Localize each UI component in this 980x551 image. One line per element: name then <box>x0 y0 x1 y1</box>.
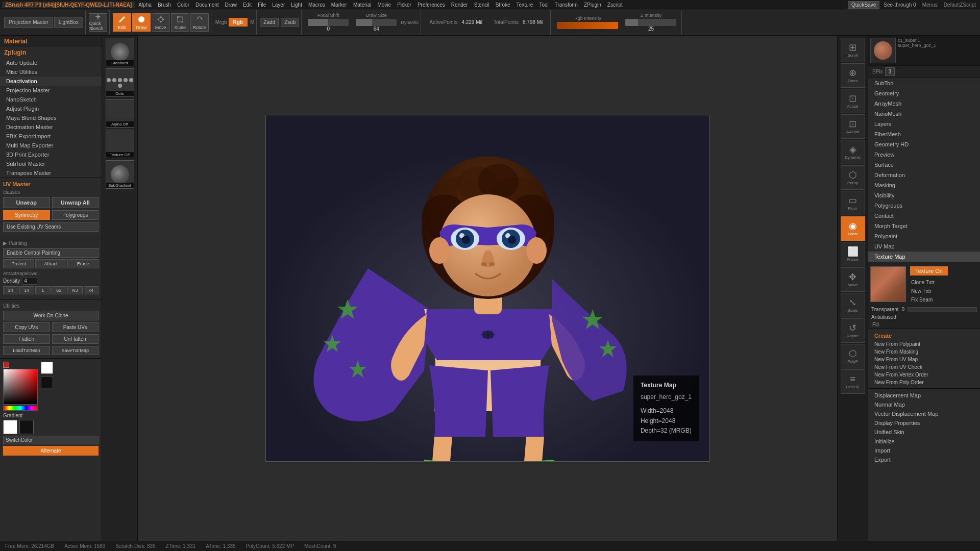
clone-txtr-btn[interactable]: Clone Txtr <box>908 279 950 286</box>
fix-seam-btn[interactable]: Fix Seam <box>908 296 950 304</box>
menu-preferences[interactable]: Preferences <box>415 2 448 8</box>
edit-button[interactable]: Edit <box>113 13 131 32</box>
export-item[interactable]: Export <box>868 455 980 464</box>
menu-alpha[interactable]: Alpha <box>136 2 154 8</box>
new-from-polypaint-btn[interactable]: New From Polypaint <box>868 340 980 348</box>
aahalf-btn[interactable]: ⊡ AAHalf <box>841 114 865 139</box>
rgb-button[interactable]: Rgb <box>229 18 248 27</box>
transpose-master-item[interactable]: Transpose Master <box>0 168 102 178</box>
dynamic-btn[interactable]: ◈ Dynamic <box>841 140 865 164</box>
menu-tool[interactable]: Tool <box>536 2 551 8</box>
transparent-slider[interactable] <box>908 307 977 312</box>
normal-map-item[interactable]: Normal Map <box>868 400 980 409</box>
maya-blend-shapes-item[interactable]: Maya Blend Shapes <box>0 113 102 122</box>
misc-utilities-item[interactable]: Misc Utilities <box>0 67 102 77</box>
num-w3[interactable]: w3 <box>67 286 83 294</box>
polypaint-item[interactable]: Polypaint <box>868 231 980 241</box>
menu-stroke[interactable]: Stroke <box>493 2 513 8</box>
move-button[interactable]: Move <box>152 13 170 32</box>
zsub-button[interactable]: Zsub <box>281 18 299 27</box>
focal-shift-slider[interactable] <box>308 19 349 26</box>
display-properties-item[interactable]: Display Properties <box>868 418 980 428</box>
import-item[interactable]: Import <box>868 446 980 455</box>
menu-picker[interactable]: Picker <box>395 2 414 8</box>
polygroups-item[interactable]: Polygroups <box>868 201 980 211</box>
morph-target-item[interactable]: Morph Target <box>868 221 980 231</box>
thumbnail-1[interactable] <box>870 38 896 63</box>
visibility-item[interactable]: Visibility <box>868 190 980 201</box>
menu-light[interactable]: Light <box>288 2 305 8</box>
displacement-map-item[interactable]: Displacement Map <box>868 391 980 400</box>
vector-displacement-map-item[interactable]: Vector Displacement Map <box>868 409 980 418</box>
unwrap-all-button[interactable]: Unwrap All <box>52 197 99 208</box>
floor-btn[interactable]: ▭ Floor <box>841 191 865 215</box>
geometry-item[interactable]: Geometry <box>868 88 980 98</box>
alternate-button[interactable]: Alternate <box>3 446 99 456</box>
nanomesh-item[interactable]: NanoMesh <box>868 109 980 119</box>
menu-brush[interactable]: Brush <box>155 2 174 8</box>
polyf-btn[interactable]: ⬡ PolyF <box>841 344 865 368</box>
surface-item[interactable]: Surface <box>868 160 980 170</box>
zoom-btn[interactable]: ⊕ Zoom <box>841 63 865 88</box>
paste-uvs-btn[interactable]: Paste UVs <box>52 322 99 332</box>
menu-stencil[interactable]: Stencil <box>472 2 492 8</box>
menu-zplugin[interactable]: ZPlugin <box>581 2 604 8</box>
brush-alpha-off[interactable]: Alpha Off <box>106 99 134 128</box>
fill-btn[interactable]: Fill <box>868 321 980 329</box>
draw-button[interactable]: Draw <box>132 13 151 32</box>
geometry-hd-item[interactable]: Geometry HD <box>868 139 980 149</box>
new-from-vertex-order-btn[interactable]: New From Vertex Order <box>868 371 980 379</box>
symmetry-option[interactable]: Symmetry <box>3 210 50 220</box>
black-swatch[interactable] <box>41 376 53 388</box>
new-from-masking-btn[interactable]: New From Masking <box>868 348 980 356</box>
color-picker[interactable] <box>3 369 38 405</box>
move-strip-btn[interactable]: ✥ Move <box>841 267 865 292</box>
draw-size-slider[interactable] <box>356 19 397 26</box>
menu-transform[interactable]: Transform <box>552 2 580 8</box>
subtool-item[interactable]: SubTool <box>868 78 980 88</box>
brush-dots[interactable]: Dots <box>106 68 134 97</box>
uv-map-item[interactable]: UV Map <box>868 241 980 252</box>
scale-strip-btn[interactable]: ⤡ Scale <box>841 293 865 317</box>
menu-marker[interactable]: Marker <box>329 2 350 8</box>
white-swatch[interactable] <box>41 362 53 374</box>
arraymesh-item[interactable]: ArrayMesh <box>868 98 980 109</box>
persp-btn[interactable]: ⬡ Persp <box>841 165 865 190</box>
quicksave-button[interactable]: QuickSave <box>848 1 879 9</box>
texture-on-button[interactable]: Texture On <box>910 266 948 276</box>
menu-movie[interactable]: Movie <box>375 2 394 8</box>
lightbox-button[interactable]: LightBox <box>54 17 83 28</box>
menu-macros[interactable]: Macros <box>306 2 328 8</box>
3d-print-exporter-item[interactable]: 3D Print Exporter <box>0 150 102 159</box>
initialize-item[interactable]: Initialize <box>868 437 980 446</box>
new-from-poly-order-btn[interactable]: New From Poly Order <box>868 379 980 386</box>
fbx-exportimport-item[interactable]: FBX ExportImport <box>0 132 102 141</box>
menu-draw[interactable]: Draw <box>223 2 239 8</box>
erase-btn[interactable]: Erase <box>67 259 99 268</box>
zplugin-title[interactable]: Zplugin <box>0 47 102 58</box>
switchcolor-button[interactable]: SwitchColor <box>3 436 99 444</box>
quick-sketch-button[interactable]: Quick Sketch <box>89 13 107 32</box>
painting-title[interactable]: ▶ Painting <box>3 240 99 246</box>
menu-material[interactable]: Material <box>351 2 374 8</box>
deactivation-item[interactable]: Deactivation <box>0 77 102 86</box>
polygroups-option[interactable]: Polygroups <box>52 210 99 220</box>
new-from-uv-map-btn[interactable]: New From UV Map <box>868 356 980 363</box>
rotate-button[interactable]: Rotate <box>190 13 209 32</box>
projection-master-item[interactable]: Projection Master <box>0 86 102 95</box>
scale-button[interactable]: Scale <box>171 13 189 32</box>
load-txtrmap-btn[interactable]: LoadTxtrMap <box>3 346 50 355</box>
new-txtr-btn[interactable]: New Txtr <box>908 287 950 295</box>
menu-texture[interactable]: Texture <box>514 2 536 8</box>
auto-update-item[interactable]: Auto Update <box>0 58 102 67</box>
num-14[interactable]: 14 <box>19 286 35 294</box>
nanosketch-item[interactable]: NanoSketch <box>0 95 102 104</box>
menu-edit[interactable]: Edit <box>240 2 254 8</box>
brush-standard[interactable]: Standard <box>106 38 134 66</box>
local-btn[interactable]: ◉ Local <box>841 216 865 241</box>
actual-btn[interactable]: ⊡ Actual <box>841 89 865 113</box>
adjust-plugin-item[interactable]: Adjust Plugin <box>0 104 102 113</box>
rgb-intensity-slider[interactable] <box>557 22 618 29</box>
unflatten-btn[interactable]: UnFlatten <box>52 334 99 344</box>
canvas-area[interactable]: Texture Map super_hero_goz_1 Width=2048 … <box>138 36 837 541</box>
